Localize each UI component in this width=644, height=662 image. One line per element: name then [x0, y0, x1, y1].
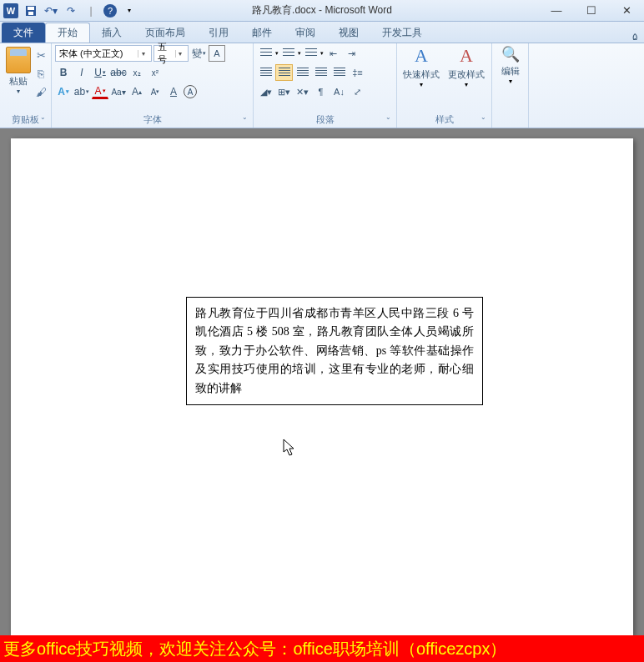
shading-icon[interactable]: ◢▾ — [257, 83, 274, 100]
group-paragraph: ▾ ▾ ▾ ⇤ ⇥ ‡≡ ◢▾ ⊞▾ ✕▾ ¶ A↓ ⤢ — [254, 43, 397, 128]
text-effects-icon[interactable]: A — [55, 83, 72, 100]
tab-references[interactable]: 引用 — [197, 23, 240, 43]
show-marks-icon[interactable]: ¶ — [312, 83, 330, 100]
tab-review[interactable]: 审阅 — [284, 23, 327, 43]
highlight-icon[interactable]: ab — [73, 83, 90, 100]
document-page[interactable]: 路凡教育位于四川省成都市青羊区人民中路三段 6 号凯伦酒店 5 楼 508 室，… — [11, 138, 633, 635]
tab-file[interactable]: 文件 — [2, 23, 45, 43]
group-styles: A 快速样式 ▾ A 更改样式 ▾ 样式 — [397, 43, 492, 128]
font-color-icon[interactable]: A — [92, 85, 108, 99]
italic-icon[interactable]: I — [73, 64, 90, 81]
qat-dropdown-icon[interactable]: ▾ — [122, 3, 137, 18]
font-size-combo[interactable]: 五号▾ — [153, 45, 189, 62]
close-button[interactable]: ✕ — [609, 0, 644, 22]
quick-access-toolbar: W ↶▾ ↷ | ? ▾ — [0, 3, 137, 18]
footer-banner: 更多office技巧视频，欢迎关注公众号：office职场培训（officezc… — [0, 635, 644, 662]
maximize-button[interactable]: ☐ — [574, 0, 609, 22]
tab-view[interactable]: 视图 — [327, 23, 370, 43]
copy-icon[interactable]: ⎘ — [34, 67, 48, 80]
multilevel-list-icon[interactable] — [302, 45, 319, 62]
find-button[interactable]: 🔍 编辑 ▾ — [496, 45, 525, 85]
group-font-label: 字体 — [55, 112, 249, 128]
shrink-font-icon[interactable]: A▾ — [147, 83, 164, 100]
justify-icon[interactable] — [312, 64, 330, 81]
grow-font-icon[interactable]: A▴ — [128, 83, 145, 100]
tab-developer[interactable]: 开发工具 — [370, 23, 434, 43]
clear-formatting-icon[interactable]: A — [165, 83, 182, 100]
tab-insert[interactable]: 插入 — [90, 23, 133, 43]
phonetic-guide-icon[interactable]: 變 — [190, 45, 207, 62]
qat-separator: | — [83, 3, 98, 18]
align-center-icon[interactable] — [275, 64, 293, 81]
word-app-icon[interactable]: W — [3, 3, 18, 18]
collapse-ribbon-icon[interactable]: ۵ — [626, 31, 644, 43]
char-border-icon[interactable]: A — [209, 45, 225, 62]
cut-icon[interactable]: ✂ — [34, 48, 48, 62]
group-font: 宋体 (中文正文)▾ 五号▾ 變 A B I U abc x₂ x² A ab … — [52, 43, 254, 128]
minimize-button[interactable]: — — [539, 0, 574, 22]
bold-icon[interactable]: B — [55, 64, 72, 81]
svg-rect-0 — [26, 6, 36, 16]
subscript-icon[interactable]: x₂ — [128, 64, 145, 81]
format-painter-icon[interactable]: 🖌 — [34, 85, 48, 98]
sort-icon[interactable]: ✕▾ — [294, 83, 311, 100]
char-shading-icon[interactable]: Aa▾ — [110, 83, 127, 100]
title-bar: W ↶▾ ↷ | ? ▾ 路凡教育.docx - Microsoft Word … — [0, 0, 644, 22]
asian-layout-icon[interactable]: A↓ — [330, 83, 348, 100]
svg-rect-1 — [28, 7, 34, 10]
distribute-icon[interactable] — [330, 64, 348, 81]
quick-styles-button[interactable]: A 快速样式 ▾ — [400, 45, 442, 88]
redo-icon[interactable]: ↷ — [63, 3, 78, 18]
text-box[interactable]: 路凡教育位于四川省成都市青羊区人民中路三段 6 号凯伦酒店 5 楼 508 室，… — [186, 297, 483, 405]
help-icon[interactable]: ? — [103, 4, 117, 18]
para-settings-icon[interactable]: ⤢ — [349, 83, 366, 100]
numbering-icon[interactable] — [279, 45, 297, 62]
tab-home[interactable]: 开始 — [45, 23, 90, 43]
bullets-icon[interactable] — [257, 45, 274, 62]
save-icon[interactable] — [23, 3, 38, 18]
binoculars-icon: 🔍 — [501, 45, 520, 63]
quick-styles-icon: A — [415, 45, 428, 67]
document-area[interactable]: 路凡教育位于四川省成都市青羊区人民中路三段 6 号凯伦酒店 5 楼 508 室，… — [0, 128, 644, 635]
superscript-icon[interactable]: x² — [147, 64, 164, 81]
align-left-icon[interactable] — [257, 64, 274, 81]
strikethrough-icon[interactable]: abc — [110, 64, 127, 81]
paste-label: 粘贴 — [9, 75, 28, 88]
ribbon: 粘贴 ▾ ✂ ⎘ 🖌 剪贴板 宋体 (中文正文)▾ 五号▾ 變 A B I U — [0, 43, 644, 128]
group-paragraph-label: 段落 — [257, 112, 393, 128]
align-right-icon[interactable] — [294, 64, 311, 81]
line-spacing-icon[interactable]: ‡≡ — [349, 64, 366, 81]
font-name-combo[interactable]: 宋体 (中文正文)▾ — [55, 45, 152, 62]
underline-icon[interactable]: U — [92, 64, 108, 81]
ribbon-tabs: 文件 开始 插入 页面布局 引用 邮件 审阅 视图 开发工具 ۵ — [0, 22, 644, 43]
mouse-cursor-icon — [283, 439, 296, 461]
tab-layout[interactable]: 页面布局 — [133, 23, 197, 43]
increase-indent-icon[interactable]: ⇥ — [343, 45, 360, 62]
borders-icon[interactable]: ⊞▾ — [275, 83, 293, 100]
group-styles-label: 样式 — [400, 112, 488, 128]
window-title: 路凡教育.docx - Microsoft Word — [252, 3, 392, 18]
svg-rect-2 — [28, 12, 33, 15]
group-clipboard: 粘贴 ▾ ✂ ⎘ 🖌 剪贴板 — [0, 43, 52, 128]
group-editing: 🔍 编辑 ▾ . — [492, 43, 529, 128]
tab-mailings[interactable]: 邮件 — [240, 23, 284, 43]
window-controls: — ☐ ✕ — [539, 0, 644, 22]
decrease-indent-icon[interactable]: ⇤ — [325, 45, 342, 62]
enclose-char-icon[interactable]: A — [184, 85, 197, 98]
group-clipboard-label: 剪贴板 — [3, 112, 48, 128]
undo-icon[interactable]: ↶▾ — [43, 3, 58, 18]
change-styles-button[interactable]: A 更改样式 ▾ — [445, 45, 487, 88]
paste-button[interactable]: 粘贴 ▾ — [3, 45, 33, 95]
paste-icon — [6, 47, 31, 73]
change-styles-icon: A — [460, 45, 473, 67]
